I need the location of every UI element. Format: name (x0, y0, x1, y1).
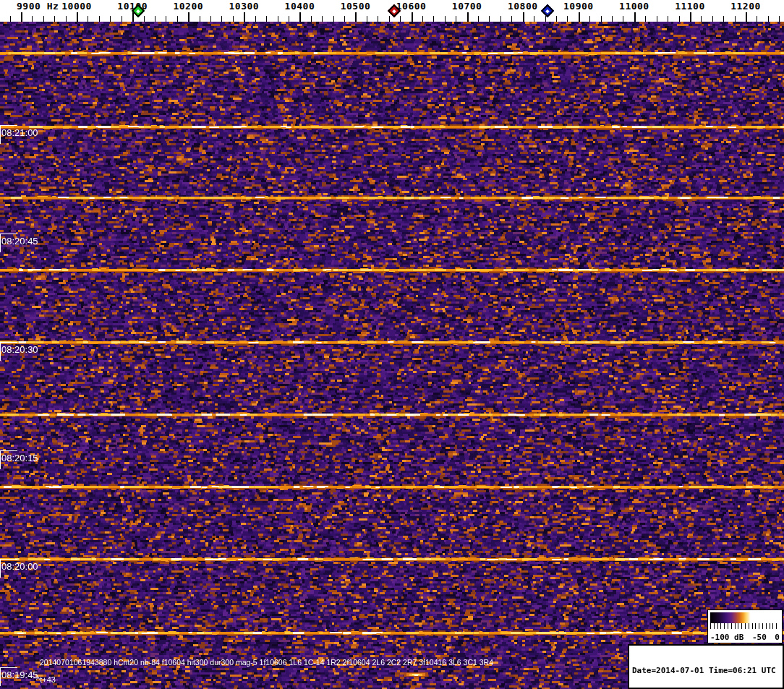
freq-tick (589, 16, 590, 22)
freq-tick (400, 16, 401, 22)
freq-tick (412, 12, 413, 22)
freq-tick (32, 16, 33, 22)
freq-tick (200, 16, 200, 22)
freq-tick (735, 16, 736, 22)
freq-tick (545, 16, 546, 22)
freq-tick (43, 16, 44, 22)
freq-tick (255, 16, 256, 22)
detection-parameters-text: 20140701061943880 hCnt20 nb-84 f10604 hi… (40, 658, 493, 667)
freq-tick (10, 16, 11, 22)
freq-tick (511, 16, 512, 22)
freq-tick (445, 16, 446, 22)
freq-label: 10700 (452, 1, 482, 12)
freq-tick (701, 16, 702, 22)
freq-tick (657, 16, 657, 22)
freq-tick (523, 12, 524, 22)
freq-tick (54, 16, 55, 22)
freq-tick (746, 12, 747, 22)
freq-label: 10000 (61, 1, 92, 12)
freq-tick (233, 16, 234, 22)
freq-tick (21, 12, 22, 22)
freq-tick (668, 16, 668, 22)
freq-label: 11000 (619, 1, 649, 12)
freq-tick (601, 16, 602, 22)
meteor-spectrogram-app: 9900 Hz100001010010200103001040010500106… (0, 0, 784, 689)
freq-tick (500, 16, 501, 22)
freq-tick (299, 12, 301, 22)
spectrogram-waterfall[interactable] (0, 22, 784, 689)
freq-tick (122, 16, 122, 22)
freq-tick (244, 12, 245, 22)
freq-label: 10500 (341, 1, 371, 12)
freq-tick (221, 16, 222, 22)
marker-blue-diamond[interactable] (541, 4, 554, 17)
freq-label: 10900 (563, 1, 594, 12)
freq-tick (690, 12, 691, 22)
freq-tick (355, 12, 357, 22)
freq-tick (534, 16, 534, 22)
freq-tick (188, 12, 189, 22)
freq-tick (289, 16, 289, 22)
freq-tick (177, 16, 178, 22)
time-label: 08:19:45 (1, 669, 38, 680)
freq-tick (110, 16, 111, 22)
freq-tick (634, 12, 636, 22)
scale-max-label: 0 (775, 633, 780, 642)
freq-label: 10800 (508, 1, 538, 12)
freq-tick (278, 16, 278, 22)
freq-label: 11200 (730, 1, 761, 12)
freq-tick (612, 16, 613, 22)
freq-tick (623, 16, 623, 22)
info-date-time: Date=2014-07-01 Time=06:21 UTC (632, 666, 780, 675)
freq-tick (155, 16, 155, 22)
gradient-tick-marks (710, 623, 780, 629)
freq-tick (567, 16, 568, 22)
freq-tick (556, 16, 557, 22)
freq-tick (679, 16, 680, 22)
gradient-scale-labels: -100 dB -50 0 (708, 633, 782, 642)
freq-tick (456, 16, 456, 22)
freq-label: 10300 (229, 1, 259, 12)
freq-label: 10400 (285, 1, 315, 12)
freq-tick (489, 16, 490, 22)
freq-tick (768, 16, 769, 22)
color-gradient-bar (710, 612, 780, 623)
time-label: 08:20:30 (1, 344, 38, 355)
freq-label: 9900 Hz (17, 1, 59, 12)
scale-mid-label: -50 (752, 633, 767, 642)
freq-tick (322, 16, 323, 22)
freq-label: 10600 (396, 1, 427, 12)
freq-tick (757, 16, 757, 22)
freq-tick (210, 16, 211, 22)
freq-tick (389, 16, 390, 22)
freq-tick (166, 16, 166, 22)
observation-info-box: Date=2014-07-01 Time=06:21 UTC Freq=143 … (628, 644, 784, 689)
freq-tick (333, 16, 334, 22)
freq-tick (433, 16, 434, 22)
freq-tick (266, 16, 267, 22)
time-cursor-note: ^t+43 (36, 675, 56, 684)
freq-tick (77, 12, 78, 22)
freq-tick (344, 16, 345, 22)
freq-tick (779, 16, 780, 22)
db-color-scale: -100 dB -50 0 (707, 609, 783, 643)
freq-tick (478, 16, 479, 22)
time-label: 08:20:45 (1, 236, 38, 247)
frequency-ruler: 9900 Hz100001010010200103001040010500106… (0, 0, 784, 22)
freq-tick (66, 16, 67, 22)
freq-tick (723, 16, 724, 22)
freq-tick (378, 16, 378, 22)
freq-tick (144, 16, 145, 22)
freq-tick (712, 16, 713, 22)
time-label: 08:21:00 (1, 127, 38, 138)
freq-tick (645, 16, 646, 22)
freq-tick (579, 12, 580, 22)
freq-tick (99, 16, 100, 22)
freq-tick (88, 16, 88, 22)
scale-min-label: -100 dB (710, 633, 743, 642)
time-label: 08:20:15 (1, 453, 38, 463)
freq-tick (311, 16, 312, 22)
freq-label: 11100 (675, 1, 705, 12)
freq-tick (422, 16, 423, 22)
freq-label: 10200 (173, 1, 203, 12)
